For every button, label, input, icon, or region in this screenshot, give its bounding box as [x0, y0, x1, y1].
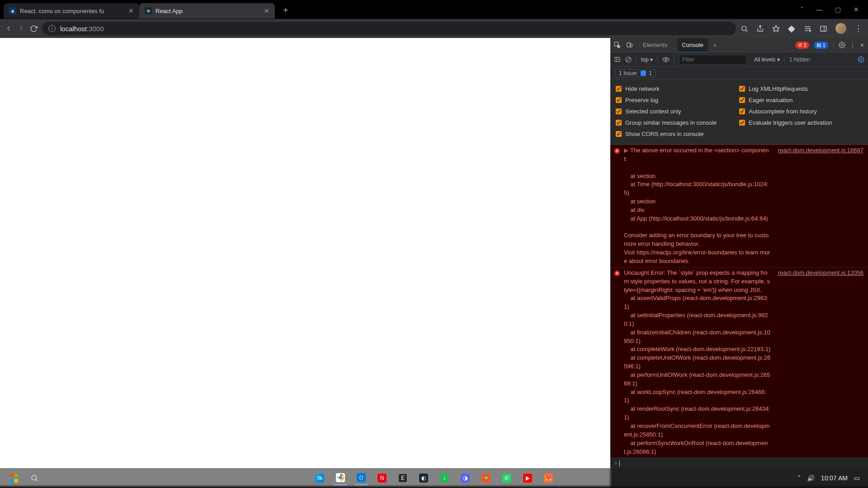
- svg-marker-1: [773, 25, 779, 31]
- forward-icon[interactable]: [17, 24, 25, 33]
- svg-rect-12: [615, 57, 620, 62]
- setting-show-cors[interactable]: Show CORS errors in console: [616, 131, 739, 137]
- taskbar-app-vscode[interactable]: ⟨⟩: [354, 471, 368, 485]
- address-bar[interactable]: i localhost:3000: [42, 22, 736, 35]
- taskbar-app-firefox[interactable]: 🦊: [541, 471, 556, 485]
- volume-icon[interactable]: 🔊: [807, 474, 815, 482]
- console-output[interactable]: ✕ ▶The above error occurred in the <sect…: [610, 145, 868, 486]
- error-icon: ✕: [614, 148, 620, 154]
- taskbar-app-epic[interactable]: E: [396, 471, 410, 485]
- inspect-icon[interactable]: [614, 42, 621, 48]
- windows-taskbar: 🛍 ⟨⟩ N E ◐ ♪ ◑ 🦁 ✆ ▶ 🦊 ˄ 🔊 10:07 AM ▭: [0, 468, 868, 488]
- taskbar-app-netflix[interactable]: N: [375, 471, 389, 485]
- window-controls: ˅ — ▢ ✕: [800, 6, 868, 13]
- filter-input[interactable]: [679, 55, 747, 65]
- more-tabs-icon[interactable]: »: [713, 42, 717, 48]
- close-icon[interactable]: ✕: [264, 7, 269, 14]
- setting-log-xhr[interactable]: Log XMLHttpRequests: [739, 85, 863, 92]
- error-count-badge[interactable]: ⊘ 2: [795, 42, 809, 49]
- chevron-down-icon[interactable]: ˅: [800, 6, 803, 13]
- source-link[interactable]: react-dom.development.js:12056: [774, 269, 863, 456]
- levels-select[interactable]: All levels ▾: [754, 56, 780, 63]
- prompt-icon: ›: [615, 459, 617, 468]
- devtools-panel: Elements Console » ⊘ 2 ▤ 1 | ⋮ ✕ top ▾ A…: [610, 38, 868, 486]
- setting-eager-eval[interactable]: Eager evaluation: [739, 97, 863, 103]
- devtools-tabbar: Elements Console » ⊘ 2 ▤ 1 | ⋮ ✕: [610, 38, 868, 52]
- search-icon[interactable]: [741, 25, 748, 33]
- search-icon[interactable]: [27, 471, 42, 485]
- browser-tabstrip: a React: como os componentes fu ✕ ⚛ Reac…: [0, 0, 868, 19]
- browser-tab[interactable]: a React: como os componentes fu ✕: [4, 3, 139, 19]
- setting-eval-activation[interactable]: Evaluate triggers user activation: [739, 119, 863, 126]
- console-toolbar: top ▾ All levels ▾ 1 hidden: [610, 52, 868, 67]
- taskbar-app-whatsapp[interactable]: ✆: [500, 471, 514, 485]
- menu-icon[interactable]: ⋮: [854, 23, 862, 33]
- reload-icon[interactable]: [30, 25, 38, 33]
- svg-rect-10: [630, 44, 632, 47]
- setting-autocomplete-history[interactable]: Autocomplete from history: [739, 108, 863, 115]
- svg-point-0: [742, 26, 746, 30]
- svg-marker-5: [810, 29, 811, 31]
- setting-selected-context[interactable]: Selected context only: [616, 108, 739, 115]
- svg-point-17: [860, 59, 862, 61]
- console-error-row[interactable]: ✕ ▶The above error occurred in the <sect…: [610, 145, 868, 267]
- issue-chip-icon: [641, 70, 646, 76]
- back-icon[interactable]: [5, 24, 13, 33]
- tab-favicon: a: [9, 7, 16, 14]
- context-select[interactable]: top ▾: [641, 56, 653, 63]
- new-tab-button[interactable]: ＋: [281, 4, 290, 16]
- share-icon[interactable]: [756, 25, 764, 33]
- browser-toolbar: i localhost:3000 ⋮: [0, 19, 868, 38]
- browser-tab[interactable]: ⚛ React App ✕: [139, 3, 275, 19]
- tray-chevron-icon[interactable]: ˄: [797, 474, 801, 482]
- minimize-icon[interactable]: —: [816, 6, 822, 13]
- message-count-badge[interactable]: ▤ 1: [814, 42, 828, 49]
- live-expression-icon[interactable]: [662, 57, 670, 62]
- close-icon[interactable]: ✕: [854, 6, 859, 13]
- taskbar-app-spotify[interactable]: ♪: [437, 471, 452, 485]
- tab-favicon: ⚛: [145, 7, 152, 14]
- url-text: localhost:3000: [60, 25, 104, 33]
- taskbar-app-youtube[interactable]: ▶: [520, 471, 535, 485]
- clock[interactable]: 10:07 AM: [821, 474, 848, 482]
- notifications-icon[interactable]: ▭: [854, 474, 860, 482]
- reading-list-icon[interactable]: [804, 25, 811, 33]
- svg-line-15: [627, 57, 630, 61]
- error-icon: ✕: [614, 271, 620, 276]
- tab-title: React: como os componentes fu: [20, 8, 125, 14]
- toolbar-actions: ⋮: [741, 23, 862, 34]
- setting-group-similar[interactable]: Group similar messages in console: [616, 119, 739, 126]
- gear-icon[interactable]: [839, 42, 845, 48]
- taskbar-app-discord[interactable]: ◑: [458, 471, 472, 485]
- setting-preserve-log[interactable]: Preserve log: [616, 97, 739, 103]
- gear-icon[interactable]: [858, 56, 864, 63]
- page-viewport: [0, 38, 610, 486]
- taskbar-app-steam[interactable]: ◐: [416, 471, 431, 485]
- taskbar-app-store[interactable]: 🛍: [312, 471, 327, 485]
- taskbar-app-brave[interactable]: 🦁: [479, 471, 493, 485]
- close-icon[interactable]: ✕: [860, 42, 864, 48]
- site-info-icon[interactable]: i: [48, 25, 56, 32]
- issues-bar[interactable]: 1 Issue: 1: [610, 67, 868, 80]
- start-button[interactable]: [6, 471, 21, 485]
- extensions-icon[interactable]: [788, 25, 796, 33]
- taskbar-app-chrome[interactable]: [333, 471, 348, 485]
- svg-rect-6: [821, 26, 826, 31]
- console-settings: Hide networkLog XMLHttpRequests Preserve…: [610, 80, 868, 145]
- tab-console[interactable]: Console: [677, 38, 708, 53]
- hidden-count[interactable]: 1 hidden: [789, 56, 810, 63]
- side-panel-icon[interactable]: [820, 25, 827, 33]
- maximize-icon[interactable]: ▢: [835, 6, 841, 13]
- setting-hide-network[interactable]: Hide network: [616, 85, 739, 92]
- console-error-row[interactable]: ✕ Uncaught Error: The `style` prop expec…: [610, 267, 868, 458]
- kebab-icon[interactable]: ⋮: [850, 42, 855, 48]
- device-toggle-icon[interactable]: [626, 42, 633, 48]
- sidebar-toggle-icon[interactable]: [614, 56, 621, 62]
- profile-avatar[interactable]: [835, 23, 846, 34]
- clear-icon[interactable]: [625, 56, 632, 63]
- svg-point-18: [32, 475, 37, 480]
- bookmark-icon[interactable]: [772, 25, 780, 33]
- source-link[interactable]: react-dom.development.js:18687: [774, 146, 863, 266]
- close-icon[interactable]: ✕: [128, 7, 134, 14]
- tab-elements[interactable]: Elements: [638, 38, 672, 52]
